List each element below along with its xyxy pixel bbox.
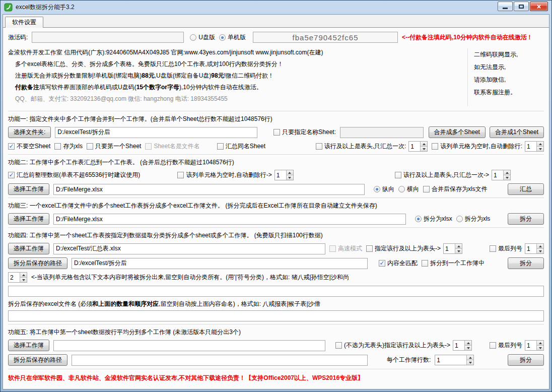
horizontal-radio[interactable]: 横向 <box>398 185 419 193</box>
spinner-up-icon[interactable] <box>536 341 543 346</box>
f5-last-col-input[interactable] <box>525 341 536 350</box>
no-empty-sheet-checkbox[interactable]: 不要空Sheet <box>8 142 50 151</box>
spinner-arrows[interactable] <box>503 170 510 180</box>
split-to-xlsx-radio[interactable]: 拆分为xlsx <box>415 215 452 223</box>
spinner-down-icon[interactable] <box>464 346 471 350</box>
f4-last-col-checkbox[interactable]: 最后列号 <box>490 244 522 253</box>
spinner-arrows[interactable] <box>536 244 543 253</box>
f2-header-once-checkbox[interactable]: 该行及以上是表头,只汇总一次-> <box>395 171 489 179</box>
standalone-version-radio[interactable]: 单机版 <box>219 33 246 42</box>
split-keywords-input[interactable] <box>8 286 544 297</box>
f4-save-path-field[interactable] <box>72 258 368 269</box>
named-sheet-input[interactable] <box>340 127 424 138</box>
split-to-xls-radio[interactable]: 拆分为xls <box>456 215 491 223</box>
f2-choose-workbook-button[interactable]: 选择工作簿 <box>8 183 49 195</box>
f1-header-row-spinner[interactable] <box>408 141 428 152</box>
minimize-button[interactable] <box>498 2 513 11</box>
f1-header-once-checkbox[interactable]: 该行及以上是表头,只汇总一次: <box>316 142 406 151</box>
titlebar[interactable]: excel数据拆分能手3.2 × <box>3 1 549 14</box>
spinner-arrows[interactable] <box>536 341 543 350</box>
merge-to-multi-sheet-button[interactable]: 合并成多个Sheet <box>429 126 486 138</box>
f4-last-col-input[interactable] <box>525 244 536 253</box>
spinner-arrows[interactable] <box>536 142 543 151</box>
spinner-arrows[interactable] <box>466 355 473 365</box>
spinner-down-icon[interactable] <box>536 249 543 253</box>
usb-version-radio[interactable]: U盘版 <box>190 33 215 42</box>
f4-workbook-path-field[interactable] <box>53 243 325 254</box>
f3-workbook-path-field[interactable] <box>53 214 406 225</box>
f5-save-path-button[interactable]: 拆分后保存的路径 <box>8 354 67 366</box>
split-filenames-input[interactable] <box>8 310 544 321</box>
save-merged-as-xls-checkbox[interactable]: 合并后保存为xls文件 <box>423 185 488 193</box>
f5-save-path-field[interactable] <box>72 355 368 366</box>
f5-choose-workbook-button[interactable]: 选择工作簿 <box>8 340 49 351</box>
spinner-down-icon[interactable] <box>536 346 543 350</box>
tidy-data-checkbox[interactable]: 汇总前整理数据(单表不超65536行时建议使用) <box>8 171 140 179</box>
f2-delete-empty-input[interactable] <box>275 170 286 180</box>
rows-per-workbook-input[interactable] <box>435 355 466 365</box>
f5-last-col-spinner[interactable] <box>525 340 544 351</box>
rows-per-workbook-spinner[interactable] <box>435 355 474 365</box>
f4-choose-workbook-button[interactable]: 选择工作簿 <box>8 243 49 254</box>
f3-choose-workbook-button[interactable]: 选择工作簿 <box>8 213 49 225</box>
spinner-arrows[interactable] <box>420 142 427 151</box>
spinner-up-icon[interactable] <box>464 341 471 346</box>
sheet-name-is-filename-checkbox[interactable]: Sheet名是文件名 <box>145 142 199 151</box>
full-match-checkbox[interactable]: 内容全匹配 <box>379 259 418 268</box>
fast-mode-checkbox[interactable]: 高速模式 <box>329 244 362 253</box>
f5-workbook-path-field[interactable] <box>53 340 325 351</box>
f2-delete-empty-spinner[interactable] <box>274 170 294 180</box>
spinner-up-icon[interactable] <box>536 244 543 249</box>
spinner-down-icon[interactable] <box>286 175 293 180</box>
save-as-xls-checkbox[interactable]: 存为xls <box>54 142 83 151</box>
choose-folder-button[interactable]: 选择文件夹: <box>8 126 51 138</box>
spinner-up-icon[interactable] <box>420 142 427 147</box>
spinner-arrows[interactable] <box>20 273 27 282</box>
spinner-arrows[interactable] <box>286 170 293 180</box>
tab-settings[interactable]: 软件设置 <box>5 17 43 28</box>
spinner-up-icon[interactable] <box>455 244 462 249</box>
f5-last-col-checkbox[interactable]: 最后列号 <box>490 341 522 350</box>
only-named-sheet-checkbox[interactable]: 只要指定名称Sheet: <box>273 128 336 137</box>
split-into-one-workbook-checkbox[interactable]: 拆分到一个工作簿中 <box>422 259 485 268</box>
close-button[interactable]: × <box>530 2 548 11</box>
merge-to-one-sheet-button[interactable]: 合并成1个Sheet <box>490 126 544 138</box>
f4-column-number-spinner[interactable] <box>8 272 27 283</box>
f1-delete-empty-input[interactable] <box>525 142 536 151</box>
first-sheet-only-checkbox[interactable]: 只要第一个Sheet <box>87 142 141 151</box>
f1-delete-empty-spinner[interactable] <box>525 141 544 152</box>
f4-header-row-input[interactable] <box>444 244 455 253</box>
spinner-down-icon[interactable] <box>466 360 473 365</box>
f2-delete-empty-checkbox[interactable]: 该列单元格为空时,自动删除行-> <box>177 171 271 179</box>
f5-header-checkbox[interactable]: (不选为无表头)指定该行及以上为表头-> <box>335 341 450 350</box>
spinner-down-icon[interactable] <box>503 175 510 180</box>
spinner-down-icon[interactable] <box>20 278 27 282</box>
f5-header-row-spinner[interactable] <box>453 340 472 351</box>
f4-column-number-input[interactable] <box>9 273 20 282</box>
f3-split-button[interactable]: 拆分 <box>508 213 544 225</box>
f2-header-row-input[interactable] <box>492 170 503 180</box>
spinner-up-icon[interactable] <box>466 355 473 360</box>
spinner-arrows[interactable] <box>455 244 462 253</box>
merge-same-name-checkbox[interactable]: 汇总同名Sheet <box>217 142 265 151</box>
machine-code-field[interactable] <box>253 32 398 43</box>
f1-delete-empty-checkbox[interactable]: 该列单元格为空时,自动删除行: <box>432 142 522 151</box>
f4-header-checkbox[interactable]: 指定该行及以上为表头-> <box>366 244 441 253</box>
spinner-up-icon[interactable] <box>503 170 510 175</box>
f5-header-row-input[interactable] <box>453 341 464 350</box>
activation-code-input[interactable] <box>32 32 184 43</box>
maximize-button[interactable] <box>514 2 529 11</box>
spinner-down-icon[interactable] <box>455 249 462 253</box>
spinner-up-icon[interactable] <box>286 170 293 175</box>
spinner-down-icon[interactable] <box>536 147 543 151</box>
folder-path-field[interactable] <box>55 127 257 138</box>
spinner-up-icon[interactable] <box>536 142 543 147</box>
spinner-down-icon[interactable] <box>420 147 427 151</box>
f2-header-row-spinner[interactable] <box>492 170 511 180</box>
f5-split-button[interactable]: 拆分 <box>508 354 544 366</box>
f1-header-row-input[interactable] <box>409 142 420 151</box>
f2-workbook-path-field[interactable] <box>53 184 365 195</box>
vertical-radio[interactable]: 纵向 <box>374 185 394 193</box>
spinner-arrows[interactable] <box>464 341 471 350</box>
f4-save-path-button[interactable]: 拆分后保存的路径 <box>8 257 67 269</box>
